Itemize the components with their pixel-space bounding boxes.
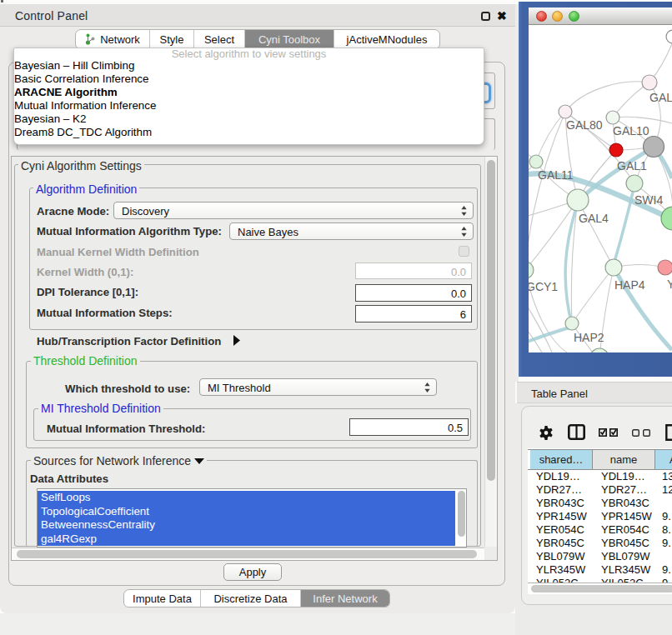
svg-text:HAP2: HAP2	[574, 331, 604, 344]
svg-text:YP: YP	[667, 278, 672, 291]
svg-text:GAL80: GAL80	[566, 118, 603, 132]
svg-text:HAP4: HAP4	[614, 278, 645, 292]
svg-text:GAL1: GAL1	[617, 159, 647, 172]
svg-text:GAL10: GAL10	[613, 124, 649, 138]
svg-text:SWI4: SWI4	[634, 193, 663, 207]
svg-text:GAL4: GAL4	[579, 212, 609, 225]
svg-text:GAL2: GAL2	[649, 91, 672, 104]
svg-text:GAL11: GAL11	[538, 168, 574, 182]
svg-text:GCY1: GCY1	[529, 280, 558, 293]
